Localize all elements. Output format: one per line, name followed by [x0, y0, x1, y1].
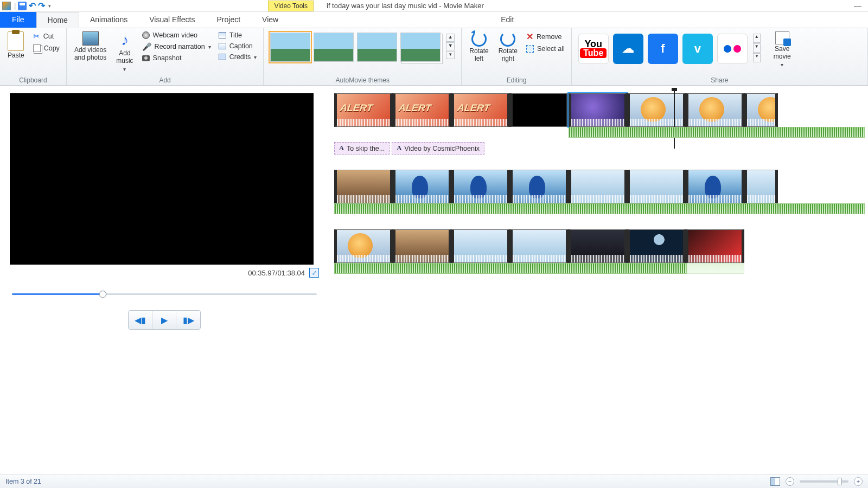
undo-icon[interactable]: ↶: [29, 1, 36, 11]
fullscreen-icon[interactable]: ⤢: [309, 268, 319, 278]
clip[interactable]: ALERT: [334, 93, 393, 127]
tab-edit[interactable]: Edit: [490, 12, 525, 28]
copy-icon: [33, 44, 41, 52]
seek-slider[interactable]: [10, 290, 319, 299]
group-clipboard: Paste ✂Cut Copy Clipboard: [0, 28, 67, 85]
clip[interactable]: [510, 93, 569, 127]
share-flickr-button[interactable]: [717, 34, 748, 64]
themes-scroll-down-icon[interactable]: ▼: [446, 42, 455, 50]
clip[interactable]: [627, 93, 686, 127]
clip[interactable]: [393, 170, 451, 203]
group-share: YouTube ☁ f v ▲ ▼ ▾ Save movie Share: [572, 28, 868, 85]
prev-frame-button[interactable]: ◀▮: [129, 311, 152, 329]
share-facebook-button[interactable]: f: [648, 34, 678, 64]
zoom-thumb[interactable]: [838, 478, 842, 485]
zoom-out-button[interactable]: −: [786, 477, 794, 486]
remove-button[interactable]: ✕Remove: [524, 30, 567, 43]
audio-track[interactable]: [334, 263, 687, 274]
cut-button[interactable]: ✂Cut: [31, 30, 62, 42]
minimize-icon[interactable]: —: [854, 2, 861, 10]
audio-track-empty[interactable]: [687, 263, 744, 274]
select-all-button[interactable]: Select all: [524, 44, 567, 54]
share-scroll-down-icon[interactable]: ▼: [753, 43, 761, 53]
rotate-right-button[interactable]: Rotate right: [495, 30, 521, 64]
clip[interactable]: [627, 170, 686, 203]
tab-view[interactable]: View: [251, 12, 289, 28]
tab-file[interactable]: File: [0, 12, 36, 28]
copy-label: Copy: [44, 44, 60, 52]
tab-project[interactable]: Project: [206, 12, 252, 28]
credits-button[interactable]: Credits: [216, 52, 259, 62]
status-bar: Item 3 of 21 − +: [0, 474, 868, 488]
clip[interactable]: [686, 229, 744, 263]
add-music-button[interactable]: ♪ Add music: [113, 30, 136, 73]
timeline-pane[interactable]: ALERT ALERT ALERT ATo skip the... AVideo…: [326, 86, 868, 474]
clip[interactable]: [627, 229, 686, 263]
music-note-icon: ♪: [121, 31, 129, 49]
themes-expand-icon[interactable]: ▾: [446, 51, 455, 59]
share-expand-icon[interactable]: ▾: [753, 53, 761, 62]
record-narration-button[interactable]: 🎤Record narration: [140, 41, 213, 52]
rotate-left-button[interactable]: Rotate left: [466, 30, 492, 64]
preview-pane: 00:35.97/01:38.04 ⤢ ◀▮ ▶ ▮▶: [0, 86, 326, 474]
theme-thumb-1[interactable]: [270, 33, 310, 62]
zoom-in-button[interactable]: +: [854, 477, 863, 486]
theme-thumb-3[interactable]: [357, 33, 397, 62]
clip[interactable]: [686, 93, 744, 127]
play-button[interactable]: ▶: [152, 311, 176, 329]
clip[interactable]: [393, 229, 451, 263]
preview-video[interactable]: [10, 93, 314, 265]
share-youtube-button[interactable]: YouTube: [578, 34, 609, 64]
paste-label: Paste: [8, 52, 24, 60]
save-icon[interactable]: [18, 2, 27, 10]
tab-home[interactable]: Home: [36, 12, 79, 28]
clip[interactable]: [510, 229, 569, 263]
seek-thumb[interactable]: [99, 291, 106, 298]
themes-scroll-up-icon[interactable]: ▲: [446, 34, 455, 42]
snapshot-label: Snapshot: [153, 54, 182, 62]
credits-icon: [219, 54, 226, 60]
paste-button[interactable]: Paste: [4, 30, 28, 61]
clip[interactable]: ALERT: [451, 93, 510, 127]
save-movie-button[interactable]: Save movie: [770, 30, 794, 69]
snapshot-button[interactable]: Snapshot: [140, 53, 213, 63]
caption-clip[interactable]: AVideo by CosmicPhoenix: [392, 142, 484, 155]
view-mode-icon[interactable]: [770, 477, 780, 486]
caption-button[interactable]: Caption: [216, 41, 259, 51]
next-frame-button[interactable]: ▮▶: [176, 311, 200, 329]
clip[interactable]: [334, 229, 393, 263]
clip[interactable]: [744, 170, 778, 203]
theme-thumb-2[interactable]: [314, 33, 354, 62]
audio-track[interactable]: [569, 127, 865, 138]
context-tab-video-tools[interactable]: Video Tools: [268, 1, 314, 11]
clip[interactable]: [569, 170, 627, 203]
clip[interactable]: [569, 229, 627, 263]
clip[interactable]: [744, 93, 778, 127]
share-vimeo-button[interactable]: v: [682, 34, 713, 64]
tab-animations[interactable]: Animations: [79, 12, 138, 28]
share-scroll-up-icon[interactable]: ▲: [753, 34, 761, 43]
qat-separator: |: [14, 2, 16, 10]
clip[interactable]: [334, 170, 393, 203]
clip[interactable]: [510, 170, 569, 203]
webcam-video-button[interactable]: Webcam video: [140, 30, 213, 40]
clip[interactable]: [451, 229, 510, 263]
clip-selected[interactable]: [569, 93, 627, 127]
clip[interactable]: ALERT: [393, 93, 451, 127]
caption-clip[interactable]: ATo skip the...: [334, 142, 390, 155]
share-scroller: ▲ ▼ ▾: [753, 34, 761, 62]
clip[interactable]: [451, 170, 510, 203]
clip-strip-1: ALERT ALERT ALERT: [334, 93, 865, 127]
title-button[interactable]: Title: [216, 30, 259, 40]
share-onedrive-button[interactable]: ☁: [613, 34, 643, 64]
copy-button[interactable]: Copy: [31, 43, 62, 53]
theme-thumb-4[interactable]: [400, 33, 441, 62]
redo-icon[interactable]: ↷: [38, 1, 45, 11]
zoom-slider[interactable]: [800, 480, 848, 483]
qat-dropdown-icon[interactable]: ▾: [48, 3, 51, 9]
playhead[interactable]: [674, 91, 675, 149]
add-videos-photos-button[interactable]: Add videos and photos: [71, 30, 110, 63]
audio-track[interactable]: [334, 203, 865, 214]
tab-visual-effects[interactable]: Visual Effects: [138, 12, 206, 28]
clip[interactable]: [686, 170, 744, 203]
